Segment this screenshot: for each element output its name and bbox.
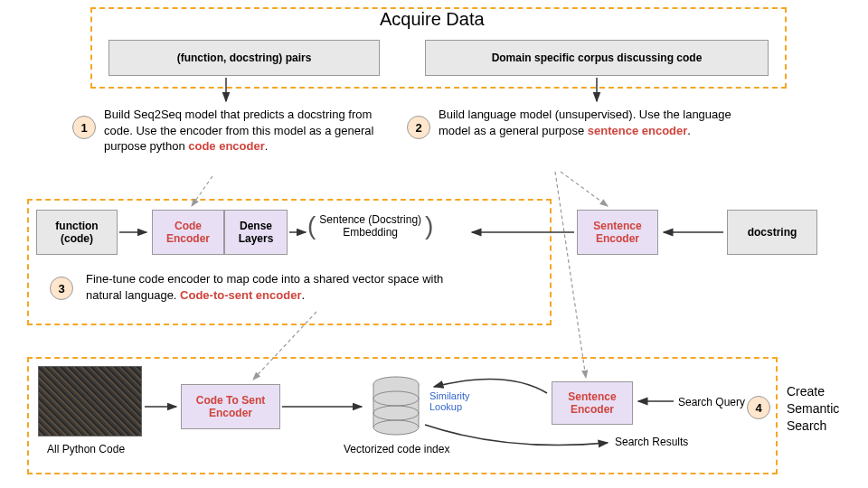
box-function-docstring-pairs: (function, docstring) pairs: [108, 40, 380, 76]
highlight-code-to-sent: Code-to-sent encoder: [180, 288, 301, 302]
step-1-description: Build Seq2Seq model that predicts a docs…: [104, 107, 384, 155]
bracket-left-icon: (: [307, 211, 316, 240]
step-1-circle: 1: [72, 116, 96, 139]
database-icon: [369, 375, 423, 441]
box-domain-corpus: Domain specific corpus discussing code: [425, 40, 769, 76]
box-function-code: function (code): [36, 210, 118, 255]
all-python-code-image: [38, 366, 142, 436]
svg-line-10: [561, 172, 608, 206]
step-4-circle: 4: [747, 396, 770, 419]
label: (function, docstring) pairs: [177, 52, 312, 64]
similarity-lookup-label: Similarity Lookup: [429, 390, 470, 412]
step-3-description: Fine-tune code encoder to map code into …: [86, 271, 466, 303]
svg-point-4: [373, 420, 419, 435]
svg-line-11: [555, 172, 586, 378]
step-3-circle: 3: [50, 277, 73, 300]
box-dense-layers: Dense Layers: [224, 210, 288, 255]
box-docstring: docstring: [727, 210, 817, 255]
highlight-code-encoder: code encoder: [188, 139, 265, 153]
step-2-description: Build language model (unsupervised). Use…: [439, 107, 755, 138]
box-code-to-sent-encoder: Code To Sent Encoder: [181, 384, 280, 429]
step-2-circle: 2: [407, 116, 430, 139]
box-sentence-encoder-bottom: Sentence Encoder: [552, 381, 633, 425]
vectorized-index-label: Vectorized code index: [344, 443, 449, 455]
highlight-sentence-encoder: sentence encoder: [588, 124, 688, 137]
box-sentence-encoder-mid: Sentence Encoder: [577, 210, 658, 255]
bracket-right-icon: ): [425, 211, 433, 240]
all-python-code-label: All Python Code: [47, 443, 125, 455]
label: Domain specific corpus discussing code: [492, 52, 703, 64]
box-code-encoder: Code Encoder: [152, 210, 224, 255]
step-4-description: Create Semantic Search: [787, 383, 859, 435]
diagram-title: Acquire Data: [380, 9, 485, 30]
search-query-label: Search Query: [678, 396, 745, 408]
search-results-label: Search Results: [615, 436, 688, 448]
embedding-label: ( Sentence (Docstring) Embedding ): [307, 211, 433, 240]
